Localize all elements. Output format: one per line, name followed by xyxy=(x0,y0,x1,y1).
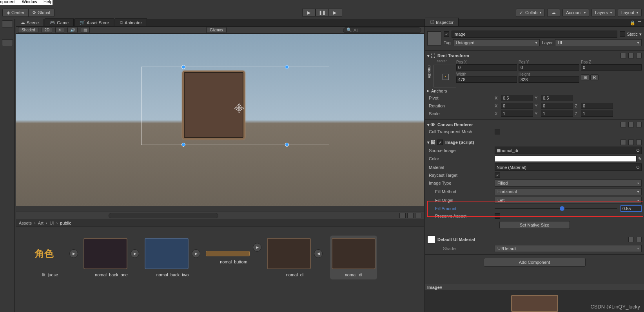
collab-dropdown[interactable]: ✓ Collab xyxy=(516,9,545,17)
anchors-foldout[interactable]: ▸ Anchors xyxy=(427,87,642,94)
material-foldout[interactable]: Default UI Material xyxy=(427,235,642,244)
width-input[interactable] xyxy=(456,76,517,83)
anchor-preset-button[interactable] xyxy=(434,65,456,87)
image-enabled-checkbox[interactable]: ✓ xyxy=(437,140,443,145)
scene-search-input[interactable]: 🔍 All xyxy=(343,27,421,33)
tab-inspector[interactable]: ⓘ Inspector xyxy=(425,18,459,26)
mode-2d-toggle[interactable]: 2D xyxy=(42,27,52,33)
source-image-field[interactable]: ▦ nomal_di⊙ xyxy=(495,147,642,154)
label-icon[interactable] xyxy=(407,213,414,218)
tag-dropdown[interactable]: Untagged xyxy=(453,39,540,46)
rot-z-input[interactable] xyxy=(581,103,613,109)
asset-item[interactable]: ▶ nomal_buttom xyxy=(210,238,257,264)
menu-component[interactable]: nponent xyxy=(0,0,16,5)
fill-origin-dropdown[interactable]: Left xyxy=(495,197,642,204)
layers-dropdown[interactable]: Layers xyxy=(591,9,615,17)
raycast-target-checkbox[interactable]: ✓ xyxy=(495,172,500,178)
rect-handle-top-right[interactable] xyxy=(285,65,289,69)
rect-handle-bottom-left[interactable] xyxy=(181,143,185,147)
hierarchy-collapse[interactable] xyxy=(2,39,13,46)
filter-icon[interactable] xyxy=(399,213,406,218)
tab-game[interactable]: 🎮 Game xyxy=(45,18,74,26)
preset-icon[interactable] xyxy=(628,122,634,127)
project-breadcrumb[interactable]: Assets › Art › UI › public xyxy=(16,219,424,227)
pivot-x-input[interactable] xyxy=(501,95,533,101)
menu-window[interactable]: Window xyxy=(22,0,37,5)
add-component-button[interactable]: Add Component xyxy=(484,258,586,267)
asset-expand-icon[interactable]: ▶ xyxy=(131,249,139,258)
scale-x-input[interactable] xyxy=(501,111,533,117)
layout-dropdown[interactable]: Layout xyxy=(618,9,642,17)
asset-item[interactable]: 角色▶ lit_juese xyxy=(27,238,74,277)
asset-expand-icon[interactable]: ▶ xyxy=(192,249,200,258)
lighting-toggle[interactable]: ☀ xyxy=(55,27,64,33)
rot-x-input[interactable] xyxy=(501,103,533,109)
asset-expand-icon[interactable]: ▶ xyxy=(69,249,78,258)
tab-scene[interactable]: ⛰ Scene xyxy=(16,19,44,26)
gear-icon[interactable] xyxy=(636,140,642,145)
gameobject-icon[interactable] xyxy=(427,31,441,45)
shading-mode-dropdown[interactable]: Shaded xyxy=(18,27,38,33)
static-checkbox[interactable] xyxy=(620,31,625,37)
pivot-center-button[interactable]: ◈ Center xyxy=(2,9,29,17)
eyedropper-icon[interactable]: ✎ xyxy=(638,156,642,161)
asset-item-selected[interactable]: nomal_di xyxy=(330,236,377,279)
raw-edit-icon[interactable]: R xyxy=(590,74,599,80)
fill-amount-input[interactable] xyxy=(620,205,642,212)
component-foldout[interactable]: ▾ 🖼 ✓ Image (Script) xyxy=(427,139,642,146)
gear-icon[interactable] xyxy=(636,122,642,127)
pause-button[interactable]: ❚❚ xyxy=(316,9,329,16)
rect-handle-bottom-right[interactable] xyxy=(285,143,289,147)
gameobject-active-checkbox[interactable]: ✓ xyxy=(444,31,449,37)
help-icon[interactable] xyxy=(628,237,634,242)
gear-icon[interactable] xyxy=(636,53,642,58)
preview-header[interactable]: Image ≡ xyxy=(425,284,644,290)
move-gizmo-icon[interactable] xyxy=(234,103,244,113)
fill-amount-slider[interactable] xyxy=(495,208,617,209)
fill-method-dropdown[interactable]: Horizontal xyxy=(495,188,642,195)
asset-item[interactable]: ▶ nomal_back_two xyxy=(149,238,196,277)
rotation-global-button[interactable]: ⟳ Global xyxy=(29,9,54,17)
gameobject-name-input[interactable] xyxy=(452,31,617,38)
fx-toggle[interactable]: ▤ xyxy=(81,27,90,33)
shader-dropdown[interactable]: UI/Default xyxy=(495,245,642,252)
help-icon[interactable] xyxy=(620,140,626,145)
component-foldout[interactable]: ▾ ⛶ Rect Transform xyxy=(427,52,642,59)
tab-animator[interactable]: ⧉ Animator xyxy=(115,18,147,26)
asset-expand-icon[interactable]: ▶ xyxy=(253,243,261,252)
account-dropdown[interactable]: Account xyxy=(562,9,589,17)
preset-icon[interactable] xyxy=(628,140,634,145)
project-search-input[interactable] xyxy=(109,213,218,218)
pivot-y-input[interactable] xyxy=(541,95,573,101)
preserve-aspect-checkbox[interactable] xyxy=(495,213,500,219)
blueprint-mode-icon[interactable]: ⊞ xyxy=(581,74,590,80)
pos-y-input[interactable] xyxy=(519,64,579,71)
audio-toggle[interactable]: 🔊 xyxy=(67,27,78,33)
pos-x-input[interactable] xyxy=(456,64,517,71)
rot-y-input[interactable] xyxy=(541,103,573,109)
color-field[interactable] xyxy=(495,156,637,162)
lock-icon[interactable]: 🔒 xyxy=(630,20,635,25)
cull-mesh-checkbox[interactable] xyxy=(495,129,500,134)
component-foldout[interactable]: ▾ 👁 Canvas Renderer xyxy=(427,121,642,128)
rect-handle-top-left[interactable] xyxy=(181,65,185,69)
asset-item[interactable]: ◀ nomal_di xyxy=(271,238,318,277)
scale-z-input[interactable] xyxy=(581,111,613,117)
scene-viewport[interactable] xyxy=(16,34,424,206)
asset-item[interactable]: ▶ nomal_back_one xyxy=(88,238,135,277)
height-input[interactable] xyxy=(519,76,579,83)
play-button[interactable]: ▶ xyxy=(302,9,316,16)
menu-help[interactable]: Help xyxy=(44,0,53,5)
gizmos-dropdown[interactable]: Gizmos xyxy=(206,27,227,33)
help-icon[interactable] xyxy=(620,53,626,58)
layer-dropdown[interactable]: UI xyxy=(555,39,642,46)
scale-y-input[interactable] xyxy=(541,111,573,117)
material-field[interactable]: None (Material)⊙ xyxy=(495,163,642,171)
pos-z-input[interactable] xyxy=(581,64,642,71)
panel-menu-icon[interactable]: ☰ xyxy=(638,20,642,25)
preset-icon[interactable] xyxy=(628,53,634,58)
gear-icon[interactable] xyxy=(636,237,642,242)
set-native-size-button[interactable]: Set Native Size xyxy=(499,221,570,229)
help-icon[interactable] xyxy=(620,122,626,127)
cloud-button[interactable]: ☁ xyxy=(547,9,560,17)
